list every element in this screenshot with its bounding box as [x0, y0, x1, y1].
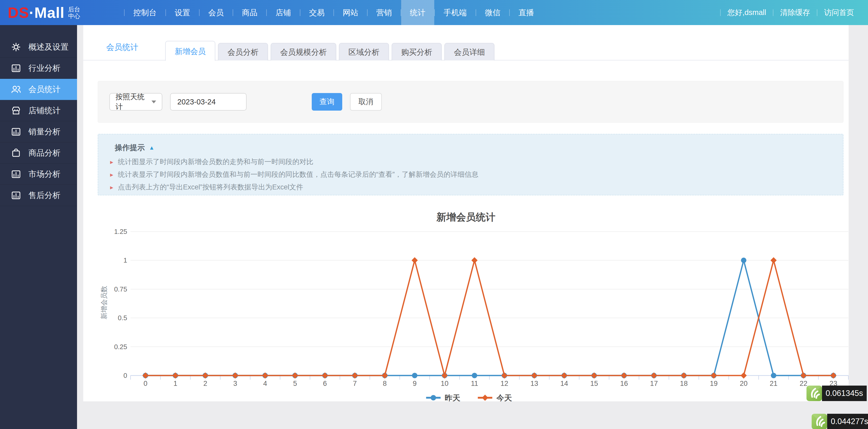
tab-新增会员[interactable]: 新增会员 — [165, 41, 215, 61]
collapse-up-icon[interactable]: ▲ — [149, 145, 155, 151]
x-tick-label: 7 — [353, 380, 357, 388]
legend-label[interactable]: 昨天 — [445, 394, 461, 401]
sidebar-item-销量分析[interactable]: 销量分析 — [0, 121, 77, 143]
nav-item-交易[interactable]: 交易 — [300, 0, 334, 25]
x-tick-label: 3 — [233, 380, 237, 388]
sidebar-item-label: 售后分析 — [28, 190, 61, 201]
bar-chart-icon — [10, 168, 22, 180]
period-select[interactable]: 按照天统计 — [109, 93, 162, 111]
sidebar-item-label: 店铺统计 — [28, 105, 61, 116]
sidebar-item-售后分析[interactable]: 售后分析 — [0, 185, 77, 206]
data-point-今天 — [173, 372, 179, 378]
x-tick-label: 8 — [383, 380, 387, 388]
content-card: 会员统计 新增会员会员分析会员规模分析区域分析购买分析会员详细 按照天统计 查询… — [83, 25, 848, 401]
nav-right-link[interactable]: 您好,dsmall — [721, 7, 773, 18]
filter-panel: 按照天统计 查询 取消 — [98, 81, 843, 123]
data-point-今天 — [621, 372, 627, 378]
x-tick-label: 21 — [770, 380, 778, 388]
data-point-今天 — [411, 257, 418, 263]
nav-item-统计[interactable]: 统计 — [401, 0, 434, 25]
data-point-昨天 — [771, 373, 776, 378]
bullet-arrow-icon: ▸ — [110, 183, 113, 191]
perf-badge-2[interactable]: 0.044277s — [812, 414, 868, 429]
chevron-down-icon — [152, 100, 156, 103]
data-point-今天 — [531, 372, 537, 378]
bar-chart-icon — [10, 190, 22, 201]
bag-icon — [10, 147, 22, 159]
nav-item-设置[interactable]: 设置 — [166, 0, 199, 25]
tips-title: 操作提示 — [115, 143, 145, 153]
x-tick-label: 5 — [293, 380, 297, 388]
tabs: 新增会员会员分析会员规模分析区域分析购买分析会员详细 — [165, 41, 497, 60]
sidebar-item-店铺统计[interactable]: 店铺统计 — [0, 100, 77, 121]
logo-subtitle-line2: 中心 — [68, 13, 80, 20]
nav-item-微信[interactable]: 微信 — [476, 0, 509, 25]
tips-item-text: 统计图显示了时间段内新增会员数的走势和与前一时间段的对比 — [118, 158, 313, 166]
nav-item-营销[interactable]: 营销 — [368, 0, 401, 25]
sidebar-item-商品分析[interactable]: 商品分析 — [0, 143, 77, 163]
nav-right-link[interactable]: 访问首页 — [817, 7, 861, 18]
nav-item-店铺[interactable]: 店铺 — [267, 0, 300, 25]
sidebar-item-市场分析[interactable]: 市场分析 — [0, 163, 77, 185]
tab-会员分析[interactable]: 会员分析 — [218, 43, 268, 60]
x-tick-label: 9 — [413, 380, 417, 388]
tips-item: ▸统计表显示了时间段内新增会员数值和与前一时间段的同比数值，点击每条记录后的“查… — [108, 170, 843, 179]
tab-会员规模分析[interactable]: 会员规模分析 — [271, 43, 336, 60]
data-point-今天 — [651, 372, 657, 378]
bullet-arrow-icon: ▸ — [110, 171, 113, 179]
y-tick-label: 0.75 — [114, 285, 127, 293]
data-point-今天 — [830, 372, 836, 378]
nav-item-商品[interactable]: 商品 — [233, 0, 266, 25]
nav-item-直播[interactable]: 直播 — [510, 0, 543, 25]
gear-icon — [10, 41, 22, 53]
data-point-今天 — [561, 372, 567, 378]
sidebar-item-行业分析[interactable]: 行业分析 — [0, 58, 77, 79]
tab-区域分析[interactable]: 区域分析 — [339, 43, 389, 60]
tab-购买分析[interactable]: 购买分析 — [392, 43, 442, 60]
page-title: 会员统计 — [106, 42, 138, 53]
sidebar-item-label: 会员统计 — [28, 84, 61, 95]
perf-time-2: 0.044277s — [827, 414, 868, 429]
sidebar-item-label: 概述及设置 — [28, 41, 68, 53]
data-point-今天 — [471, 257, 478, 263]
data-point-今天 — [232, 372, 238, 378]
sidebar: 概述及设置行业分析会员统计店铺统计销量分析商品分析市场分析售后分析 — [0, 25, 77, 429]
date-input[interactable] — [170, 93, 247, 111]
nav-item-手机端[interactable]: 手机端 — [435, 0, 476, 25]
nav-item-网站[interactable]: 网站 — [334, 0, 367, 25]
tabs-row: 会员统计 新增会员会员分析会员规模分析区域分析购买分析会员详细 — [83, 25, 848, 60]
cancel-button[interactable]: 取消 — [350, 93, 382, 111]
data-point-今天 — [800, 372, 806, 378]
data-point-今天 — [262, 372, 268, 378]
tips-item-text: 统计表显示了时间段内新增会员数值和与前一时间段的同比数值，点击每条记录后的“查看… — [118, 170, 478, 179]
top-navbar: DS·Mall 后台 中心 控制台设置会员商品店铺交易网站营销统计手机端微信直播… — [0, 0, 868, 25]
y-tick-label: 0 — [124, 372, 127, 379]
sidebar-item-label: 商品分析 — [28, 148, 61, 158]
nav-right-menu: 您好,dsmall清除缓存访问首页 — [720, 7, 861, 18]
x-tick-label: 17 — [650, 380, 658, 388]
nav-item-控制台[interactable]: 控制台 — [125, 0, 165, 25]
y-tick-label: 0.5 — [118, 314, 127, 322]
nav-item-会员[interactable]: 会员 — [199, 0, 232, 25]
tab-会员详细[interactable]: 会员详细 — [444, 43, 495, 60]
data-point-今天 — [441, 372, 448, 378]
data-point-今天 — [741, 372, 747, 378]
tips-item: ▸统计图显示了时间段内新增会员数的走势和与前一时间段的对比 — [108, 158, 843, 166]
data-point-今天 — [322, 372, 328, 378]
x-tick-label: 13 — [530, 380, 538, 388]
search-button[interactable]: 查询 — [312, 93, 342, 111]
logo[interactable]: DS·Mall 后台 中心 — [8, 4, 80, 21]
perf-badge-1[interactable]: 0.061345s — [806, 386, 867, 401]
nav-right-link[interactable]: 清除缓存 — [773, 7, 817, 18]
tips-panel: 操作提示 ▲ ▸统计图显示了时间段内新增会员数的走势和与前一时间段的对比▸统计表… — [98, 134, 843, 195]
data-point-今天 — [292, 372, 298, 378]
sidebar-item-概述及设置[interactable]: 概述及设置 — [0, 36, 77, 58]
thinkphp-flame-icon — [812, 414, 827, 429]
legend-label[interactable]: 今天 — [496, 394, 512, 401]
tips-item: ▸点击列表上方的“导出Excel”按钮将列表数据导出为Excel文件 — [108, 183, 843, 191]
data-point-昨天 — [412, 373, 417, 378]
y-tick-label: 1 — [124, 256, 127, 264]
x-tick-label: 12 — [500, 380, 508, 388]
data-point-昨天 — [472, 373, 477, 378]
sidebar-item-会员统计[interactable]: 会员统计 — [0, 79, 77, 100]
